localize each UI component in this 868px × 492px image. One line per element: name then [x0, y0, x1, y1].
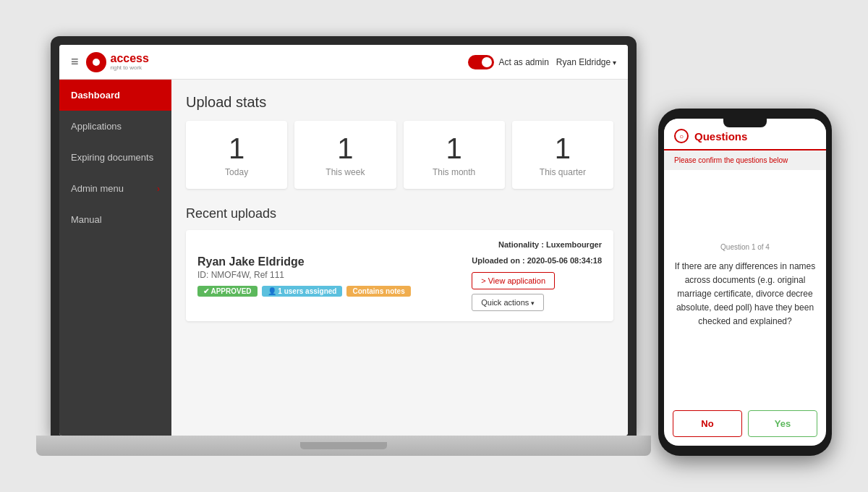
logo-tagline: right to work — [111, 65, 149, 72]
phone-footer: No Yes — [664, 402, 826, 446]
laptop-notch — [300, 442, 387, 449]
sidebar-item-dashboard[interactable]: Dashboard — [59, 80, 171, 111]
no-button[interactable]: No — [673, 410, 742, 437]
upload-card: Ryan Jake Eldridge ID: NMOF4W, Ref 111 ✔… — [186, 230, 613, 321]
sidebar-item-applications[interactable]: Applications — [59, 111, 171, 142]
questions-icon: ○ — [674, 129, 689, 143]
main-content: Upload stats 1 Today 1 This week — [171, 80, 628, 436]
upload-tags: ✔ APPROVED 👤 1 users assigned Contains n… — [197, 286, 463, 297]
app-body: Dashboard Applications Expiring document… — [59, 80, 628, 436]
stat-number-quarter: 1 — [524, 132, 602, 164]
question-counter: Question 1 of 4 — [674, 243, 816, 251]
stat-label-today: Today — [197, 167, 276, 177]
toggle-switch[interactable] — [468, 55, 494, 69]
upload-nationality: Nationality : Luxembourger — [472, 240, 602, 249]
stat-label-quarter: This quarter — [524, 167, 602, 177]
phone-subtitle: Please confirm the questions below — [664, 150, 826, 170]
phone-body: Question 1 of 4 If there are any differe… — [664, 170, 826, 402]
yes-button[interactable]: Yes — [748, 410, 817, 437]
stat-card-month: 1 This month — [404, 121, 505, 189]
upload-applicant-name: Ryan Jake Eldridge — [197, 255, 463, 268]
upload-info: Ryan Jake Eldridge ID: NMOF4W, Ref 111 ✔… — [197, 255, 463, 297]
tag-approved: ✔ APPROVED — [197, 286, 258, 297]
phone-title: Questions — [694, 130, 747, 143]
upload-meta: Nationality : Luxembourger Uploaded on :… — [472, 240, 602, 311]
quick-actions-button[interactable]: Quick actions — [472, 294, 544, 311]
upload-applicant-id: ID: NMOF4W, Ref 111 — [197, 270, 463, 280]
sidebar-item-manual[interactable]: Manual — [59, 204, 171, 235]
toggle-label: Act as admin — [498, 57, 548, 67]
logo-name: access — [111, 52, 149, 65]
phone-device: ○ Questions Please confirm the questions… — [658, 109, 832, 456]
act-as-admin-toggle[interactable]: Act as admin — [468, 55, 548, 69]
upload-date: Uploaded on : 2020-05-06 08:34:18 — [472, 256, 602, 265]
phone-screen: ○ Questions Please confirm the questions… — [664, 119, 826, 446]
sidebar-item-expiring-documents[interactable]: Expiring documents — [59, 142, 171, 173]
app-header: ≡ access right to work Act as adm — [59, 45, 628, 80]
hamburger-icon[interactable]: ≡ — [71, 54, 79, 69]
header-left: ≡ access right to work — [71, 52, 149, 72]
stat-number-week: 1 — [306, 132, 384, 164]
chevron-right-icon: › — [157, 184, 160, 194]
laptop-screen: ≡ access right to work Act as adm — [51, 36, 637, 436]
logo: access right to work — [86, 52, 149, 72]
stat-card-quarter: 1 This quarter — [512, 121, 613, 189]
stat-number-today: 1 — [197, 132, 276, 164]
laptop-device: ≡ access right to work Act as adm — [36, 36, 651, 456]
phone-notch — [723, 119, 767, 127]
upload-stats-title: Upload stats — [186, 94, 613, 111]
logo-icon — [86, 52, 106, 72]
tag-contains-notes: Contains notes — [346, 286, 410, 297]
user-menu[interactable]: Ryan Eldridge — [556, 57, 616, 67]
app-window: ≡ access right to work Act as adm — [59, 45, 628, 436]
view-application-button[interactable]: > View application — [472, 272, 555, 289]
stats-grid: 1 Today 1 This week 1 This month — [186, 121, 613, 189]
stat-card-week: 1 This week — [294, 121, 396, 189]
stat-label-week: This week — [306, 167, 384, 177]
header-right: Act as admin Ryan Eldridge — [468, 55, 616, 69]
sidebar: Dashboard Applications Expiring document… — [59, 80, 171, 436]
stat-number-month: 1 — [415, 132, 493, 164]
recent-uploads-title: Recent uploads — [186, 206, 613, 221]
stat-label-month: This month — [415, 167, 493, 177]
logo-text: access right to work — [111, 52, 149, 71]
tag-users-assigned: 👤 1 users assigned — [262, 286, 343, 297]
laptop-base — [36, 436, 651, 456]
sidebar-item-admin-menu[interactable]: Admin menu › — [59, 173, 171, 204]
stat-card-today: 1 Today — [186, 121, 287, 189]
question-text: If there are any differences in names ac… — [674, 260, 816, 329]
